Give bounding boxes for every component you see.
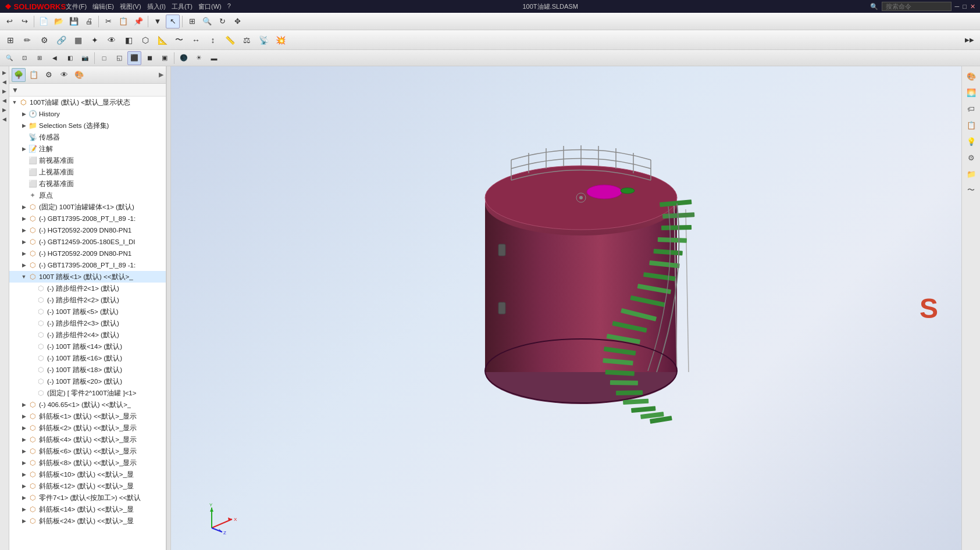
tree-item-right-plane[interactable]: ⬜ 右视基准面 bbox=[9, 178, 166, 190]
tb-filter[interactable]: ▼ bbox=[151, 15, 165, 28]
tb-save[interactable]: 💾 bbox=[67, 15, 81, 28]
tb-redo[interactable]: ↪ bbox=[17, 15, 31, 28]
tree-item-gbt2[interactable]: ⬡ (-) GBT12459-2005-180ES_I_DI bbox=[9, 236, 166, 248]
tb3-shaded-edges[interactable]: ⬛ bbox=[127, 51, 141, 65]
gbt1-arrow[interactable] bbox=[20, 215, 28, 223]
tb2-dim2[interactable]: ↕ bbox=[205, 32, 221, 48]
tb2-mass[interactable]: ⚖ bbox=[238, 32, 255, 48]
tree-item-top-plane[interactable]: ⬜ 上视基准面 bbox=[9, 166, 166, 178]
tree-item-xjb1[interactable]: ⬡ 斜筋板<1> (默认) <<默认>_显示 bbox=[9, 410, 166, 422]
tree-item-xjb6[interactable]: ⬡ 斜筋板<6> (默认) <<默认>_显示 bbox=[9, 445, 166, 457]
tb2-smart-fasteners[interactable]: ⚙ bbox=[36, 32, 52, 48]
tb-copy[interactable]: 📋 bbox=[116, 15, 130, 28]
tree-item-xjb8[interactable]: ⬡ 斜筋板<8> (默认) <<默认>_显示 bbox=[9, 457, 166, 469]
tree-item-front-plane[interactable]: ⬜ 前视基准面 bbox=[9, 155, 166, 166]
tb2-move-component[interactable]: ✦ bbox=[87, 32, 103, 48]
rp-epdm[interactable]: 📁 bbox=[964, 166, 979, 181]
search-input[interactable] bbox=[882, 2, 952, 11]
tab-property[interactable]: 📋 bbox=[27, 68, 41, 82]
rp-appearances[interactable]: 🎨 bbox=[964, 69, 979, 84]
tree-item-xjb24[interactable]: ⬡ 斜筋板<24> (默认) <<默认>_显 bbox=[9, 515, 166, 527]
rp-scenes[interactable]: 🌅 bbox=[964, 85, 979, 100]
tb3-zoom-fit[interactable]: ⊡ bbox=[17, 51, 31, 65]
tree-item-xjb2[interactable]: ⬡ 斜筋板<2> (默认) <<默认>_显示 bbox=[9, 422, 166, 434]
tree-item-xjb14[interactable]: ⬡ 斜筋板<14> (默认) <<默认>_显 bbox=[9, 503, 166, 515]
tab-configuration[interactable]: ⚙ bbox=[42, 68, 56, 82]
tree-item-gbt1[interactable]: ⬡ (-) GBT17395-2008_PT_I_89 -1: bbox=[9, 213, 166, 224]
tb-select[interactable]: ↖ bbox=[166, 15, 180, 28]
tb2-dim1[interactable]: ↔ bbox=[188, 32, 204, 48]
tree-item-step1[interactable]: ⬡ 100T 踏板<1> (默认) <<默认>_ bbox=[9, 271, 166, 283]
tree-item-step-child-4[interactable]: ⬡ (-) 踏步组件2<3> (默认) bbox=[9, 317, 166, 329]
tb-pan[interactable]: ✥ bbox=[230, 15, 244, 28]
tree-item-tank-body[interactable]: ⬡ (固定) 100T油罐罐体<1> (默认) bbox=[9, 201, 166, 213]
left-tab-6[interactable]: ◀ bbox=[1, 115, 9, 123]
xjb14-arrow[interactable] bbox=[20, 505, 28, 513]
tb2-mate[interactable]: 🔗 bbox=[53, 32, 69, 48]
tb-new[interactable]: 📄 bbox=[37, 15, 51, 28]
tb-open[interactable]: 📂 bbox=[52, 15, 66, 28]
tree-item-step-child-10[interactable]: ⬡ (固定) [ 零件2^100T油罐 ]<1> bbox=[9, 387, 166, 399]
panel-more-arrow[interactable]: ▶ bbox=[159, 71, 163, 78]
tree-item-step-child-3[interactable]: ⬡ (-) 100T 踏板<5> (默认) bbox=[9, 306, 166, 317]
maximize-button[interactable]: □ bbox=[963, 3, 967, 10]
tree-item-part7[interactable]: ⬡ 零件7<1> (默认<按加工>) <<默认 bbox=[9, 492, 166, 503]
menu-file[interactable]: 文件(F) bbox=[66, 2, 87, 11]
tb2-linear-pattern[interactable]: ▦ bbox=[70, 32, 86, 48]
tb3-shadows[interactable]: 🌑 bbox=[177, 51, 191, 65]
tree-item-selection-sets[interactable]: 📁 Selection Sets (选择集) bbox=[9, 120, 166, 131]
tab-appearance[interactable]: 🎨 bbox=[72, 68, 86, 82]
tb2-sensors[interactable]: 📡 bbox=[255, 32, 272, 48]
tree-item-hgt1[interactable]: ⬡ (-) HGT20592-2009 DN80-PN1 bbox=[9, 224, 166, 236]
406-arrow[interactable] bbox=[20, 401, 28, 409]
tb3-ambient[interactable]: ☀ bbox=[192, 51, 206, 65]
tree-item-gbt3[interactable]: ⬡ (-) GBT17395-2008_PT_I_89 -1: bbox=[9, 259, 166, 271]
tb3-wireframe[interactable]: □ bbox=[97, 51, 111, 65]
tb3-zoom-area[interactable]: 🔍 bbox=[2, 51, 16, 65]
tb2-section[interactable]: ◧ bbox=[120, 32, 137, 48]
tree-item-step-child-9[interactable]: ⬡ (-) 100T 踏板<20> (默认) bbox=[9, 376, 166, 387]
tb2-show-hide[interactable]: 👁 bbox=[104, 32, 120, 48]
tree-item-sensor[interactable]: 📡 传感器 bbox=[9, 131, 166, 143]
tb3-camera[interactable]: 📷 bbox=[78, 51, 92, 65]
tb-cut[interactable]: ✂ bbox=[101, 15, 115, 28]
3d-viewport[interactable]: S bbox=[171, 66, 961, 550]
tb-zoom-in[interactable]: 🔍 bbox=[200, 15, 214, 28]
tree-item-406[interactable]: ⬡ (-) 406.65<1> (默认) <<默认>_ bbox=[9, 399, 166, 410]
annotations-arrow[interactable] bbox=[20, 145, 28, 153]
gbt3-arrow[interactable] bbox=[20, 261, 28, 269]
xjb6-arrow[interactable] bbox=[20, 447, 28, 455]
tb3-floor[interactable]: ▬ bbox=[207, 51, 221, 65]
tb2-assembly-features[interactable]: ⬡ bbox=[137, 32, 154, 48]
tree-item-step-child-2[interactable]: ⬡ (-) 踏步组件2<2> (默认) bbox=[9, 294, 166, 306]
tree-root[interactable]: ⬡ 100T油罐 (默认) <默认_显示状态 bbox=[9, 97, 166, 108]
tb3-zoom-sheet[interactable]: ⊞ bbox=[33, 51, 47, 65]
tb2-explode[interactable]: 💥 bbox=[272, 32, 288, 48]
tb-rotate[interactable]: ↻ bbox=[215, 15, 229, 28]
tb2-curves[interactable]: 〜 bbox=[171, 32, 187, 48]
hgt2-arrow[interactable] bbox=[20, 249, 28, 258]
tb3-prev-view[interactable]: ◀ bbox=[48, 51, 62, 65]
tree-item-step-child-6[interactable]: ⬡ (-) 100T 踏板<14> (默认) bbox=[9, 341, 166, 352]
tb3-hidden[interactable]: ◱ bbox=[112, 51, 126, 65]
left-tab-3[interactable]: ▶ bbox=[1, 87, 9, 95]
rp-render[interactable]: 💡 bbox=[964, 134, 979, 149]
xjb8-arrow[interactable] bbox=[20, 459, 28, 467]
tb2-insert-component[interactable]: ⊞ bbox=[2, 32, 19, 48]
xjb24-arrow[interactable] bbox=[20, 517, 28, 525]
sel-sets-arrow[interactable] bbox=[20, 122, 28, 130]
tree-item-xjb4[interactable]: ⬡ 斜筋板<4> (默认) <<默认>_显示 bbox=[9, 434, 166, 445]
tb-zoom-fit[interactable]: ⊞ bbox=[185, 15, 199, 28]
tree-item-step-child-5[interactable]: ⬡ (-) 踏步组件2<4> (默认) bbox=[9, 329, 166, 341]
part7-arrow[interactable] bbox=[20, 494, 28, 502]
menu-tools[interactable]: 工具(T) bbox=[172, 2, 193, 11]
tb2-more-options[interactable]: ▶▶ bbox=[961, 32, 978, 48]
tree-item-xjb12[interactable]: ⬡ 斜筋板<12> (默认) <<默认>_显 bbox=[9, 480, 166, 492]
left-tab-2[interactable]: ◀ bbox=[1, 78, 9, 86]
menu-view[interactable]: 视图(V) bbox=[120, 2, 141, 11]
tb3-shaded[interactable]: ◼ bbox=[142, 51, 156, 65]
tb2-edit-component[interactable]: ✏ bbox=[19, 32, 35, 48]
history-arrow[interactable] bbox=[20, 110, 28, 118]
tree-item-step-child-8[interactable]: ⬡ (-) 100T 踏板<18> (默认) bbox=[9, 364, 166, 376]
tb3-section-view[interactable]: ◧ bbox=[63, 51, 77, 65]
